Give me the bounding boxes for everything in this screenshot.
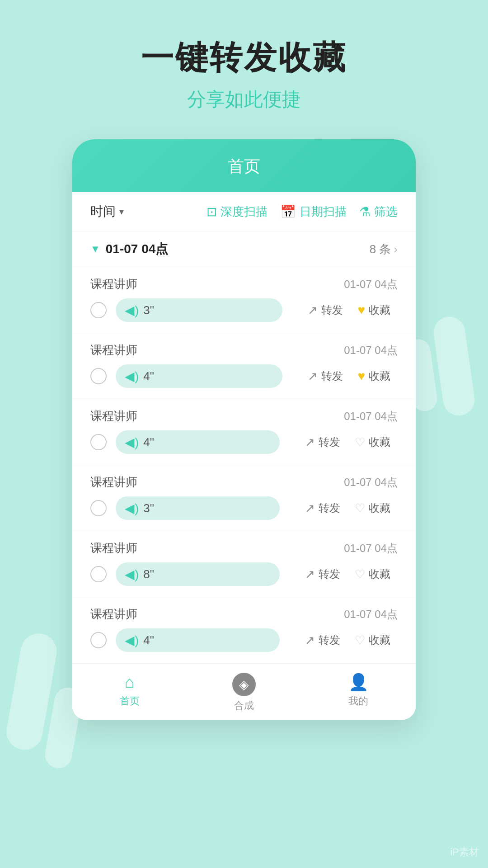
date-scan-icon: 📅 bbox=[280, 204, 296, 219]
record-label: 课程讲师 bbox=[90, 606, 137, 622]
favorite-empty-icon: ♡ bbox=[355, 435, 365, 449]
favorite-filled-icon: ♥ bbox=[357, 369, 365, 383]
favorite-btn[interactable]: ♡ 收藏 bbox=[347, 633, 398, 647]
record-actions: ↗ 转发 ♡ 收藏 bbox=[298, 633, 398, 647]
record-meta: 课程讲师 01-07 04点 bbox=[90, 540, 398, 556]
date-scan-btn[interactable]: 📅 日期扫描 bbox=[280, 204, 347, 220]
group-date: 01-07 04点 bbox=[106, 241, 169, 258]
phone-header: 首页 bbox=[72, 139, 416, 192]
forward-label: 转发 bbox=[319, 567, 340, 581]
phone-card: 首页 时间 ▾ ⊡ 深度扫描 📅 日期扫描 ⚗ 筛选 ▼ 01-07 04点 bbox=[72, 139, 416, 720]
record-meta: 课程讲师 01-07 04点 bbox=[90, 276, 398, 292]
deep-scan-btn[interactable]: ⊡ 深度扫描 bbox=[206, 204, 267, 220]
record-item: 课程讲师 01-07 04点 ◀) 4" ↗ 转发 ♡ 收藏 bbox=[72, 399, 416, 465]
home-icon: ⌂ bbox=[125, 673, 135, 692]
nav-mine-label: 我的 bbox=[348, 694, 368, 708]
nav-mine[interactable]: 👤 我的 bbox=[301, 673, 416, 712]
deco-left-bottom2 bbox=[43, 685, 84, 770]
time-label: 时间 bbox=[90, 203, 116, 220]
audio-bar[interactable]: ◀) 4" bbox=[116, 364, 282, 388]
favorite-btn[interactable]: ♡ 收藏 bbox=[347, 501, 398, 515]
forward-btn[interactable]: ↗ 转发 bbox=[300, 369, 350, 383]
forward-btn[interactable]: ↗ 转发 bbox=[298, 567, 347, 581]
record-item: 课程讲师 01-07 04点 ◀) 8" ↗ 转发 ♡ 收藏 bbox=[72, 531, 416, 597]
record-body: ◀) 4" ↗ 转发 ♡ 收藏 bbox=[90, 628, 398, 652]
favorite-label: 收藏 bbox=[369, 567, 390, 581]
record-body: ◀) 4" ↗ 转发 ♥ 收藏 bbox=[90, 364, 398, 388]
filter-btn[interactable]: ⚗ 筛选 bbox=[359, 204, 398, 220]
toolbar-actions: ⊡ 深度扫描 📅 日期扫描 ⚗ 筛选 bbox=[206, 204, 398, 220]
forward-label: 转发 bbox=[319, 633, 340, 647]
favorite-empty-icon: ♡ bbox=[355, 501, 365, 515]
forward-icon: ↗ bbox=[308, 303, 318, 317]
record-actions: ↗ 转发 ♡ 收藏 bbox=[298, 567, 398, 581]
audio-play-icon: ◀) bbox=[125, 633, 139, 648]
forward-btn[interactable]: ↗ 转发 bbox=[300, 303, 350, 317]
favorite-btn[interactable]: ♥ 收藏 bbox=[350, 303, 398, 317]
nav-synth[interactable]: ◈ 合成 bbox=[187, 673, 301, 712]
audio-duration: 3" bbox=[143, 303, 154, 317]
record-checkbox[interactable] bbox=[90, 500, 107, 516]
record-meta: 课程讲师 01-07 04点 bbox=[90, 342, 398, 358]
chevron-down-icon: ▾ bbox=[119, 206, 124, 217]
audio-bar[interactable]: ◀) 4" bbox=[116, 430, 280, 454]
filter-icon: ⚗ bbox=[359, 204, 371, 219]
record-actions: ↗ 转发 ♥ 收藏 bbox=[300, 369, 398, 383]
deep-scan-label: 深度扫描 bbox=[221, 204, 267, 220]
favorite-btn[interactable]: ♥ 收藏 bbox=[350, 369, 398, 383]
favorite-filled-icon: ♥ bbox=[357, 303, 365, 317]
audio-bar[interactable]: ◀) 3" bbox=[116, 298, 282, 322]
favorite-btn[interactable]: ♡ 收藏 bbox=[347, 567, 398, 581]
triangle-icon: ▼ bbox=[90, 243, 100, 255]
favorite-label: 收藏 bbox=[369, 369, 390, 383]
nav-home-label: 首页 bbox=[120, 694, 140, 708]
sub-title: 分享如此便捷 bbox=[0, 87, 488, 112]
record-date: 01-07 04点 bbox=[344, 343, 398, 358]
record-body: ◀) 4" ↗ 转发 ♡ 收藏 bbox=[90, 430, 398, 454]
header-section: 一键转发收藏 分享如此便捷 bbox=[0, 0, 488, 112]
record-date: 01-07 04点 bbox=[344, 277, 398, 292]
forward-icon: ↗ bbox=[308, 369, 318, 383]
deep-scan-icon: ⊡ bbox=[206, 204, 217, 219]
record-item: 课程讲师 01-07 04点 ◀) 4" ↗ 转发 ♥ 收藏 bbox=[72, 333, 416, 399]
main-title: 一键转发收藏 bbox=[0, 36, 488, 80]
forward-label: 转发 bbox=[321, 303, 343, 317]
record-checkbox[interactable] bbox=[90, 632, 107, 648]
audio-play-icon: ◀) bbox=[125, 501, 139, 516]
nav-synth-label: 合成 bbox=[234, 699, 254, 712]
record-body: ◀) 8" ↗ 转发 ♡ 收藏 bbox=[90, 562, 398, 586]
audio-bar[interactable]: ◀) 4" bbox=[116, 628, 280, 652]
record-checkbox[interactable] bbox=[90, 434, 107, 450]
audio-bar[interactable]: ◀) 3" bbox=[116, 496, 280, 520]
audio-duration: 4" bbox=[143, 435, 154, 449]
record-actions: ↗ 转发 ♡ 收藏 bbox=[298, 501, 398, 515]
nav-home[interactable]: ⌂ 首页 bbox=[72, 673, 187, 712]
audio-bar[interactable]: ◀) 8" bbox=[116, 562, 280, 586]
record-label: 课程讲师 bbox=[90, 540, 137, 556]
forward-icon: ↗ bbox=[305, 633, 315, 647]
forward-label: 转发 bbox=[319, 501, 340, 515]
audio-play-icon: ◀) bbox=[125, 435, 139, 450]
audio-play-icon: ◀) bbox=[125, 303, 139, 318]
record-checkbox[interactable] bbox=[90, 566, 107, 582]
bottom-nav: ⌂ 首页 ◈ 合成 👤 我的 bbox=[72, 663, 416, 720]
record-label: 课程讲师 bbox=[90, 474, 137, 490]
record-label: 课程讲师 bbox=[90, 342, 137, 358]
record-checkbox[interactable] bbox=[90, 368, 107, 384]
time-filter[interactable]: 时间 ▾ bbox=[90, 203, 124, 220]
forward-btn[interactable]: ↗ 转发 bbox=[298, 633, 347, 647]
record-body: ◀) 3" ↗ 转发 ♥ 收藏 bbox=[90, 298, 398, 322]
date-scan-label: 日期扫描 bbox=[300, 204, 347, 220]
forward-btn[interactable]: ↗ 转发 bbox=[298, 435, 347, 449]
chevron-right-icon: › bbox=[394, 242, 398, 256]
record-date: 01-07 04点 bbox=[344, 475, 398, 490]
favorite-label: 收藏 bbox=[369, 435, 390, 449]
forward-btn[interactable]: ↗ 转发 bbox=[298, 501, 347, 515]
audio-play-icon: ◀) bbox=[125, 369, 139, 384]
audio-duration: 8" bbox=[143, 567, 154, 581]
favorite-btn[interactable]: ♡ 收藏 bbox=[347, 435, 398, 449]
record-checkbox[interactable] bbox=[90, 302, 107, 318]
forward-label: 转发 bbox=[321, 369, 343, 383]
audio-duration: 3" bbox=[143, 501, 154, 515]
record-actions: ↗ 转发 ♥ 收藏 bbox=[300, 303, 398, 317]
